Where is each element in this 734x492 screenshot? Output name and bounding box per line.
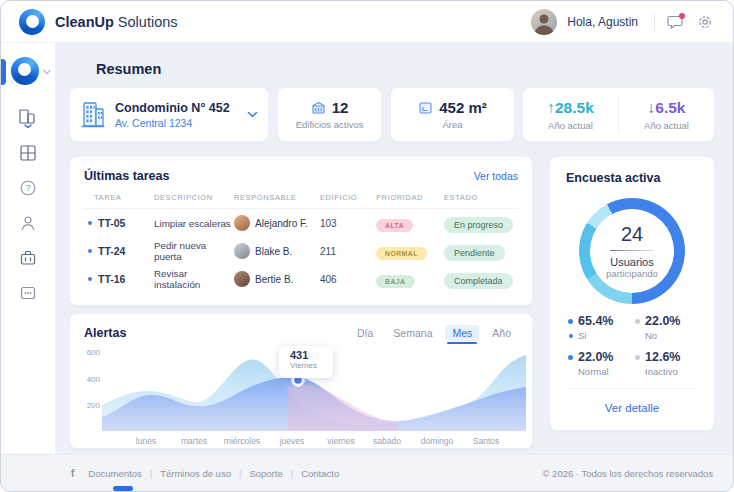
donut-separator [610,250,654,251]
stat-label: Normal [578,366,609,377]
donut-label-2: participando [606,268,658,279]
sidebar-item-buildings[interactable] [17,107,39,129]
row-bullet [88,249,92,253]
facebook-icon[interactable]: f [71,468,74,479]
task-edificio: 103 [320,218,376,229]
sidebar-item-messages[interactable] [17,282,39,304]
sidebar-item-portfolio[interactable] [17,247,39,269]
year-down-value: 6.5k [655,99,685,116]
legend-dot [569,334,573,338]
gear-icon [697,14,713,30]
stat-pct: 65.4% [578,314,613,328]
footer-link-documentos[interactable]: Documentos [88,468,160,479]
survey-donut-chart[interactable]: 24 Usuarios participando [579,198,685,304]
chart-tooltip: 431 Viernes [279,346,333,378]
workspace-logo-icon [11,57,39,85]
view-detail-link[interactable]: Ver detalle [605,402,659,414]
arrow-up-icon: ↑ [547,99,555,116]
footer-link-terminos[interactable]: Términos de uso [160,468,249,479]
area-label: Área [442,119,462,130]
tab-ano[interactable]: Año [485,325,518,341]
tooltip-value: 431 [290,349,333,361]
condo-address: Av. Central 1234 [115,117,230,129]
table-row[interactable]: TT-05 Limpiar escaleras Alejandro F. 103… [84,209,518,237]
col-edificio: EDIFICIO [320,193,376,202]
col-tarea: TAREA [84,193,154,202]
row-bullet [88,221,92,225]
buildings-mini-icon [311,101,326,115]
workspace-selector[interactable] [1,43,55,89]
tab-dia[interactable]: Día [350,325,380,341]
tab-mes[interactable]: Mes [445,325,479,341]
avatar [234,271,250,287]
condo-selector-card[interactable]: Condominio N° 452 Av. Central 1234 [69,87,269,142]
stat-pct: 22.0% [645,314,680,328]
col-responsable: RESPONSABLE [234,193,320,202]
latest-tasks-card: Últimas tareas Ver todas TAREA DESCRIPCI… [69,156,533,306]
horizontal-scrollbar-thumb[interactable] [113,486,133,491]
top-header: CleanUp Solutions Hola, Agustin [1,1,733,43]
briefcase-icon [19,249,37,267]
y-tick: 600 [76,348,100,357]
year-down-label: Año actual [644,120,689,131]
copyright-text: © 2026 · Todos los derechos reservados [542,468,713,479]
col-prioridad: PRIORIDAD [376,193,444,202]
row-bullet [88,277,92,281]
grid-icon [19,144,37,162]
brand-light: Solutions [118,14,178,30]
notification-badge [679,13,685,19]
view-all-link[interactable]: Ver todas [474,170,518,182]
year-up-label: Año actual [548,120,593,131]
building-icon [17,108,39,128]
chevron-down-icon[interactable] [247,111,258,118]
sidebar-item-help[interactable]: ? [17,177,39,199]
avatar [234,215,250,231]
active-survey-card: Encuesta activa 24 Usuarios participando… [549,156,715,431]
table-row[interactable]: TT-16 Revisar instalación Bertie B. 406 … [84,265,518,293]
user-avatar[interactable] [531,9,557,35]
x-label: sabado [373,436,401,446]
footer-link-soporte[interactable]: Soporte [249,468,301,479]
stat-si: 65.4% Si [568,314,629,341]
year-up-value: 28.5k [555,99,594,116]
status-badge: Pendiente [444,245,505,261]
user-greeting[interactable]: Hola, Agustin [567,15,638,29]
stat-inactivo: 12.6% Inactivo [635,350,696,377]
priority-badge: ALTA [376,219,413,232]
avatar [234,243,250,259]
status-badge: Completada [444,273,513,289]
tab-semana[interactable]: Semana [386,325,439,341]
stat-no: 22.0% No [635,314,696,341]
person-icon [19,214,37,232]
header-divider [654,13,655,31]
table-row[interactable]: TT-24 Pedir nueva puerta Blake B. 211 NO… [84,237,518,265]
notifications-button[interactable] [665,12,685,32]
footer-link-contacto[interactable]: Contacto [301,468,339,479]
sidebar-item-users[interactable] [17,212,39,234]
sidebar-item-dashboard[interactable] [17,142,39,164]
active-indicator [1,59,6,85]
tooltip-label: Viernes [290,361,333,370]
status-badge: En progreso [444,217,513,233]
app-window: CleanUp Solutions Hola, Agustin [0,0,734,492]
y-tick: 400 [76,375,100,384]
stat-pct: 22.0% [578,350,613,364]
x-label: domingo [421,436,454,446]
alerts-title: Alertas [84,326,126,340]
legend-dot [635,319,640,324]
task-desc: Limpiar escaleras [154,218,234,229]
area-value: 452 m² [439,99,487,116]
task-id: TT-24 [98,245,125,257]
buildings-stat-card: 12 Edificios activos [277,87,382,142]
x-label: jueves [280,436,305,446]
page-footer: f Documentos Términos de uso Soporte Con… [1,454,733,491]
tasks-title: Últimas tareas [84,169,169,183]
settings-button[interactable] [695,12,715,32]
buildings-value: 12 [332,99,349,116]
priority-badge: BAJA [376,275,415,288]
col-estado: ESTADO [444,193,518,202]
chat-square-icon [19,285,37,301]
yearly-stats-card: ↑28.5k Año actual ↓6.5k Año actual [522,87,715,142]
col-descripcion: DESCRIPCIÓN [154,193,234,202]
alerts-chart[interactable]: 600 400 200 [70,344,532,448]
